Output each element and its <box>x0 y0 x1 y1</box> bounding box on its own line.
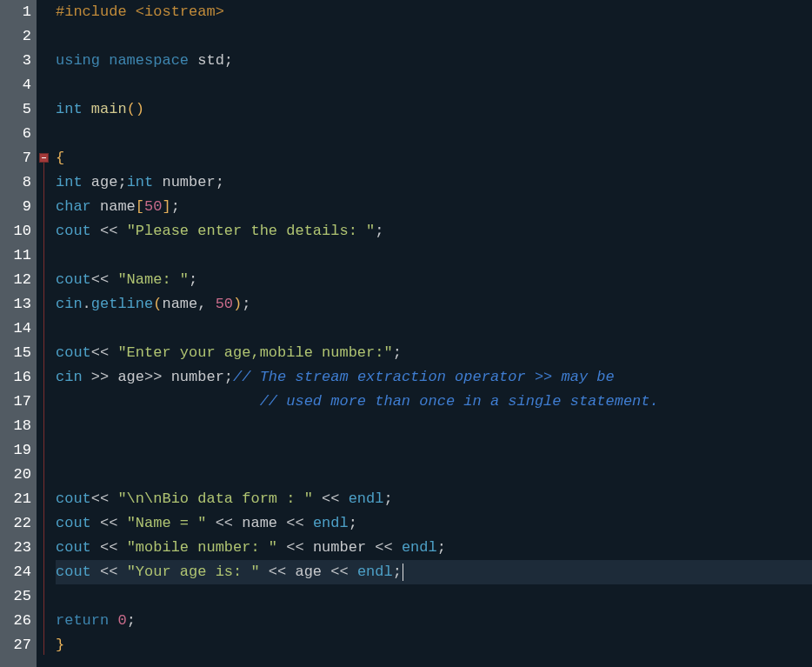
operator-token: << <box>91 490 118 507</box>
code-editor-area[interactable]: #include <iostream> using namespace std;… <box>52 0 812 667</box>
stream-token: cout <box>56 515 100 531</box>
paren-token: ( <box>153 296 162 312</box>
bracket-token: [ <box>136 198 144 215</box>
punct-token: ; <box>171 198 180 215</box>
line-number: 27 <box>0 633 31 657</box>
code-line <box>56 317 812 341</box>
code-line <box>56 122 812 146</box>
operator-token: >> <box>144 369 171 385</box>
operator-token: << <box>91 344 118 361</box>
line-number: 12 <box>0 268 31 292</box>
punct-token: ; <box>349 515 357 531</box>
punct-token: , <box>197 296 215 312</box>
identifier-token: number <box>171 369 224 385</box>
punct-token: ; <box>393 564 402 580</box>
fold-toggle-icon[interactable] <box>39 153 49 163</box>
operator-token: << <box>277 539 313 556</box>
code-line <box>56 584 812 609</box>
brace-token: { <box>56 150 64 166</box>
punct-token: ; <box>224 52 233 69</box>
type-token: char <box>56 198 100 215</box>
operator-token: >> <box>91 369 118 385</box>
punct-token: ; <box>437 539 446 556</box>
stream-token: cout <box>56 271 91 288</box>
line-number: 11 <box>0 243 31 268</box>
identifier-token: age <box>91 174 118 190</box>
number-token: 0 <box>117 612 126 629</box>
line-number: 8 <box>0 170 31 195</box>
punct-token: ; <box>375 223 383 239</box>
number-token: 50 <box>216 296 233 312</box>
identifier-token: name <box>162 296 197 312</box>
operator-token: << <box>313 490 349 507</box>
paren-token: ) <box>233 296 242 312</box>
bracket-token: ] <box>162 198 170 215</box>
string-token: "Name: " <box>117 271 189 288</box>
code-line <box>56 438 812 463</box>
code-line: char name[50]; <box>56 195 812 219</box>
code-line: using namespace std; <box>56 49 812 73</box>
punct-token: ; <box>242 296 250 312</box>
punct-token: ; <box>189 271 197 288</box>
line-number: 23 <box>0 536 31 560</box>
code-line: #include <iostream> <box>56 0 812 24</box>
stream-token: cin <box>56 296 83 312</box>
stream-token: endl <box>402 539 437 556</box>
stream-token: cin <box>56 369 91 385</box>
code-line <box>56 414 812 438</box>
stream-token: cout <box>56 564 100 580</box>
stream-token: cout <box>56 490 91 507</box>
include-header-token: <iostream> <box>136 3 224 20</box>
stream-token: endl <box>313 515 349 531</box>
identifier-token: name <box>100 198 136 215</box>
line-number: 15 <box>0 341 31 365</box>
stream-token: cout <box>56 344 91 361</box>
comment-token: // The stream extraction operator >> may… <box>233 369 615 385</box>
identifier-token: std <box>197 52 224 69</box>
fold-guide-line <box>43 163 44 655</box>
code-line: int age;int number; <box>56 170 812 195</box>
code-line: { <box>56 146 812 170</box>
code-line: cin >> age>> number;// The stream extrac… <box>56 365 812 390</box>
code-line: cout<< "Enter your age,mobile number:"; <box>56 341 812 365</box>
line-number: 14 <box>0 317 31 341</box>
whitespace <box>56 393 260 410</box>
operator-token: << <box>277 515 313 531</box>
line-number: 2 <box>0 24 31 49</box>
code-line: } <box>56 633 812 657</box>
code-line: cout << "mobile number: " << number << e… <box>56 536 812 560</box>
line-number: 3 <box>0 49 31 73</box>
paren-token: () <box>127 101 144 117</box>
line-number: 24 <box>0 560 31 584</box>
line-number: 18 <box>0 414 31 438</box>
line-number: 25 <box>0 584 31 609</box>
code-line: return 0; <box>56 609 812 633</box>
line-number: 10 <box>0 219 31 243</box>
punct-token: ; <box>393 344 402 361</box>
code-line <box>56 73 812 97</box>
line-number: 22 <box>0 511 31 536</box>
line-number: 9 <box>0 195 31 219</box>
fold-column <box>37 0 52 667</box>
type-token: int <box>127 174 163 190</box>
string-token: "Your age is: " <box>127 564 260 580</box>
punct-token: ; <box>383 490 392 507</box>
line-number: 20 <box>0 463 31 487</box>
identifier-token: age <box>117 369 144 385</box>
keyword-token: return <box>56 612 117 629</box>
operator-token: << <box>100 515 127 531</box>
number-token: 50 <box>144 198 162 215</box>
code-line: cout << "Name = " << name << endl; <box>56 511 812 536</box>
line-number: 4 <box>0 73 31 97</box>
code-line <box>56 24 812 49</box>
function-name-token: main <box>91 101 127 117</box>
stream-token: endl <box>349 490 384 507</box>
line-number: 5 <box>0 97 31 122</box>
line-number: 16 <box>0 365 31 390</box>
comment-token: // used more than once in a single state… <box>260 393 659 410</box>
type-token: int <box>56 174 91 190</box>
stream-token: cout <box>56 539 100 556</box>
identifier-token: number <box>162 174 215 190</box>
line-number: 17 <box>0 390 31 414</box>
operator-token: << <box>322 564 357 580</box>
